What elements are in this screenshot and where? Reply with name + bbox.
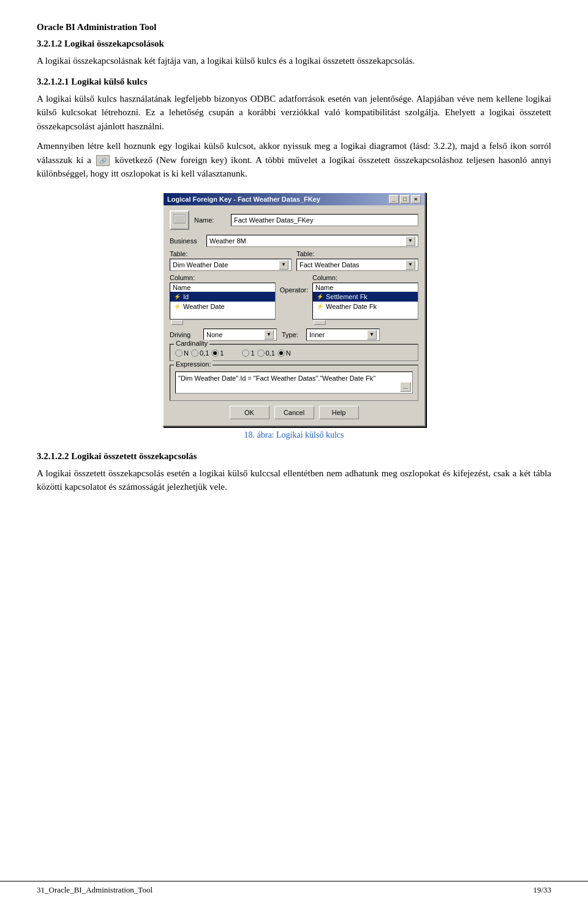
left-col-id-text: Id <box>183 293 189 300</box>
cancel-label: Cancel <box>284 409 304 416</box>
section-3211-para2: Amennyiben létre kell hoznunk egy logika… <box>37 139 551 181</box>
name-value: Fact Weather Datas_FKey <box>234 216 313 224</box>
footer: 31_Oracle_BI_Administration_Tool 19/33 <box>0 881 588 895</box>
left-column-listbox[interactable]: Name ⚡ Id ⚡ Weather Date <box>170 283 276 319</box>
right-col-header: Name <box>313 283 418 292</box>
right-card-n[interactable]: N <box>277 349 291 357</box>
type-combo-arrow[interactable]: ▼ <box>367 330 377 340</box>
right-card-1-radio[interactable] <box>242 349 249 357</box>
right-card-1-label: 1 <box>251 349 254 357</box>
left-col-id[interactable]: ⚡ Id <box>170 292 275 302</box>
left-col-scrollbar-thumb <box>171 320 183 325</box>
section-3211-heading: 3.2.1.2.1 Logikai külső kulcs <box>37 77 551 87</box>
left-column-block: Column: Name ⚡ Id ⚡ Weather Date <box>170 274 276 325</box>
driving-type-row: Driving None ▼ Type: Inner ▼ <box>170 329 418 341</box>
type-combo[interactable]: Inner ▼ <box>306 329 380 341</box>
cancel-button[interactable]: Cancel <box>274 406 314 419</box>
expression-group: Expression: "Dim Weather Date".Id = "Fac… <box>170 365 418 401</box>
dialog-buttons: OK Cancel Help <box>170 406 418 419</box>
section-3211-para1: A logikai külső kulcs használatának legf… <box>37 92 551 134</box>
close-button[interactable]: × <box>411 195 421 204</box>
dialog-logical-foreign-key: Logical Foreign Key - Fact Weather Datas… <box>162 192 426 427</box>
left-table-label: Table: <box>170 250 292 257</box>
left-col-weather-date[interactable]: ⚡ Weather Date <box>170 302 275 311</box>
doc-title: Oracle BI Administration Tool <box>37 22 551 32</box>
right-col-label: Column: <box>312 274 418 281</box>
footer-left: 31_Oracle_BI_Administration_Tool <box>37 885 153 895</box>
figure-caption: 18. ábra: Logikai külső kulcs <box>37 430 551 440</box>
left-card-01[interactable]: 0,1 <box>191 349 209 357</box>
section-3212-para1: A logikai összetett összekapcsolás eseté… <box>37 466 551 494</box>
left-col-header-text: Name <box>173 284 190 291</box>
name-field-row: Name: Fact Weather Datas_FKey <box>194 214 418 226</box>
right-table-combo[interactable]: Fact Weather Datas ▼ <box>296 259 418 271</box>
type-label: Type: <box>282 331 306 338</box>
right-column-listbox[interactable]: Name ⚡ Settlement Fk ⚡ Weather Date Fk <box>312 283 418 319</box>
expression-browse-button[interactable]: ... <box>400 382 411 392</box>
left-table-value: Dim Weather Date <box>173 261 228 268</box>
right-card-01[interactable]: 0,1 <box>257 349 275 357</box>
svg-rect-1 <box>175 216 184 218</box>
driving-label: Driving <box>170 331 203 338</box>
expression-area[interactable]: "Dim Weather Date".Id = "Fact Weather Da… <box>175 371 413 394</box>
left-table-combo[interactable]: Dim Weather Date ▼ <box>170 259 292 271</box>
left-table-combo-arrow[interactable]: ▼ <box>279 260 288 270</box>
left-card-n[interactable]: N <box>175 349 189 357</box>
right-col-settlement[interactable]: ⚡ Settlement Fk <box>313 292 418 302</box>
right-col-scrollbar-thumb <box>314 320 326 325</box>
driving-combo-arrow[interactable]: ▼ <box>264 330 274 340</box>
right-table-combo-arrow[interactable]: ▼ <box>405 260 415 270</box>
left-col-header: Name <box>170 283 275 292</box>
section-3212-heading: 3.2.1.2.2 Logikai összetett összekapcsol… <box>37 451 551 462</box>
right-col-settlement-icon: ⚡ <box>315 292 324 301</box>
business-label: Business <box>170 237 206 245</box>
dialog-icon-row: Name: Fact Weather Datas_FKey <box>170 210 418 230</box>
left-card-01-radio[interactable] <box>191 349 198 357</box>
left-card-n-radio[interactable] <box>175 349 183 357</box>
minimize-button[interactable]: _ <box>389 195 399 204</box>
business-field-row: Business Weather 8M ▼ <box>170 235 418 247</box>
left-table-block: Table: Dim Weather Date ▼ <box>170 250 292 271</box>
dialog-title: Logical Foreign Key - Fact Weather Datas… <box>167 196 320 203</box>
left-cardinality: N 0,1 1 <box>175 349 224 357</box>
left-col-scrollbar[interactable] <box>170 319 276 325</box>
right-card-n-radio[interactable] <box>277 349 285 357</box>
maximize-button[interactable]: □ <box>400 195 410 204</box>
dialog-titlebar-buttons: _ □ × <box>389 195 421 204</box>
business-combo-arrow[interactable]: ▼ <box>405 236 415 246</box>
left-card-1-radio[interactable] <box>211 349 219 357</box>
cardinality-group: Cardinality N 0,1 <box>170 344 418 361</box>
dialog-titlebar: Logical Foreign Key - Fact Weather Datas… <box>164 193 424 205</box>
right-col-wdatefk-text: Weather Date Fk <box>326 303 377 310</box>
right-col-wdate-fk[interactable]: ⚡ Weather Date Fk <box>313 302 418 311</box>
svg-rect-3 <box>175 221 184 223</box>
right-card-01-radio[interactable] <box>257 349 265 357</box>
expression-title: Expression: <box>174 360 213 368</box>
page: Oracle BI Administration Tool 3.2.1.2 Lo… <box>0 0 588 906</box>
left-col-wdate-icon: ⚡ <box>173 302 181 311</box>
right-col-header-text: Name <box>315 284 333 291</box>
ok-button[interactable]: OK <box>230 406 270 419</box>
right-card-1[interactable]: 1 <box>242 349 254 357</box>
tables-row: Table: Dim Weather Date ▼ Table: Fact We… <box>170 250 418 271</box>
help-button[interactable]: Help <box>319 406 359 419</box>
section-321-para1: A logikai összekapcsolásnak két fajtája … <box>37 54 551 68</box>
right-table-label: Table: <box>296 250 418 257</box>
name-input[interactable]: Fact Weather Datas_FKey <box>231 214 418 226</box>
driving-combo[interactable]: None ▼ <box>203 329 277 341</box>
right-col-wdatefk-icon: ⚡ <box>315 302 324 311</box>
right-card-01-label: 0,1 <box>266 349 275 357</box>
ok-label: OK <box>244 409 254 416</box>
help-label: Help <box>332 409 346 416</box>
left-col-wdate-text: Weather Date <box>183 303 225 310</box>
name-label: Name: <box>194 216 231 224</box>
cardinality-row: N 0,1 1 <box>175 347 413 357</box>
driving-value: None <box>206 331 222 338</box>
left-card-1[interactable]: 1 <box>211 349 224 357</box>
operator-label: Operator: <box>280 286 308 294</box>
right-col-scrollbar[interactable] <box>312 319 418 325</box>
business-combo[interactable]: Weather 8M ▼ <box>206 235 418 247</box>
right-column-block: Column: Name ⚡ Settlement Fk ⚡ W <box>312 274 418 325</box>
expression-area-wrapper: "Dim Weather Date".Id = "Fact Weather Da… <box>175 371 413 394</box>
right-table-block: Table: Fact Weather Datas ▼ <box>296 250 418 271</box>
